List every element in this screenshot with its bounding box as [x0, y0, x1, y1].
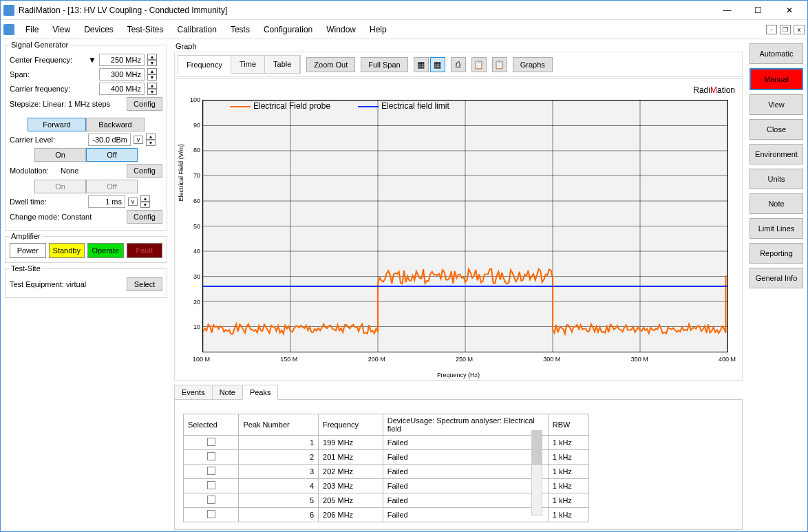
plot-area[interactable] [202, 100, 728, 352]
units-button[interactable]: Units [749, 169, 803, 189]
note-button[interactable]: Note [749, 193, 803, 214]
col-rbw[interactable]: RBW [548, 414, 588, 436]
span-input[interactable] [99, 68, 145, 81]
x-tick: 400 M [719, 356, 736, 363]
table-row[interactable]: 3 202 MHz Failed 1 kHz [184, 465, 589, 479]
menubar: File View Devices Test-Sites Calibration… [1, 20, 807, 39]
center-freq-spinner[interactable]: ▲▼ [147, 54, 157, 66]
table-scrollbar[interactable] [531, 430, 542, 515]
export-chart-icon[interactable]: 📋 [492, 57, 507, 72]
mdi-close-button[interactable]: x [794, 25, 805, 34]
close-button[interactable]: ✕ [774, 1, 805, 20]
stepsize-config-button[interactable]: Config [127, 97, 162, 111]
row-checkbox[interactable] [207, 496, 215, 504]
tab-time[interactable]: Time [231, 56, 265, 73]
chart-area: RadiMation Electrical Field probe Electr… [174, 78, 743, 381]
full-span-button[interactable]: Full Span [361, 57, 407, 72]
mdi-restore-button[interactable]: ❐ [780, 25, 791, 34]
testsite-select-button[interactable]: Select [127, 277, 162, 291]
col-selected[interactable]: Selected [184, 414, 239, 436]
legend-limit: Electrical field limit [381, 101, 449, 111]
modulation-label: Modulation: [10, 167, 58, 175]
col-peak-number[interactable]: Peak Number [239, 414, 319, 436]
bottom-tabs: Events Note Peaks [174, 385, 743, 400]
carrier-level-label: Carrier Level: [10, 136, 85, 144]
carrier-off-button[interactable]: Off [86, 148, 138, 162]
general-info-button[interactable]: General Info [749, 268, 803, 288]
menu-window[interactable]: Window [321, 22, 361, 37]
table-row[interactable]: 1 199 MHz Failed 1 kHz [184, 436, 589, 450]
y-tick: 40 [185, 248, 200, 255]
table-row[interactable]: 4 203 MHz Failed 1 kHz [184, 479, 589, 493]
carrier-level-spinner[interactable]: ▲▼ [146, 134, 156, 146]
amp-operate-button[interactable]: Operate [87, 243, 124, 258]
print-chart-icon[interactable]: ⎙ [451, 57, 466, 72]
dwell-input[interactable] [88, 195, 125, 208]
copy-chart-icon[interactable]: 📋 [471, 57, 487, 72]
col-device-usage[interactable]: DeviceUsage: Spectrum analyser: Electric… [383, 414, 548, 436]
grid-selected-icon[interactable]: ▦ [430, 57, 445, 72]
graphs-button[interactable]: Graphs [513, 57, 553, 72]
row-checkbox[interactable] [207, 467, 215, 475]
menu-calibration[interactable]: Calibration [172, 22, 222, 37]
cell-rbw: 1 kHz [548, 508, 588, 522]
carrier-on-button[interactable]: On [34, 148, 86, 162]
view-button[interactable]: View [749, 94, 803, 115]
carrier-freq-spinner[interactable]: ▲▼ [147, 83, 157, 95]
change-mode-config-button[interactable]: Config [127, 210, 162, 224]
modulation-on-button[interactable]: On [34, 180, 86, 193]
amp-standby-button[interactable]: Standby [49, 243, 85, 258]
table-row[interactable]: 2 201 MHz Failed 1 kHz [184, 450, 589, 465]
environment-button[interactable]: Environment [749, 144, 803, 164]
row-checkbox[interactable] [207, 481, 215, 489]
menu-test-sites[interactable]: Test-Sites [122, 22, 169, 37]
menu-file[interactable]: File [20, 22, 44, 37]
menu-help[interactable]: Help [364, 22, 392, 37]
row-checkbox[interactable] [207, 510, 215, 518]
zoom-out-button[interactable]: Zoom Out [306, 57, 355, 72]
minimize-button[interactable]: — [712, 1, 743, 20]
forward-button[interactable]: Forward [28, 118, 86, 131]
manual-button[interactable]: Manual [749, 68, 803, 90]
tab-events[interactable]: Events [174, 385, 213, 400]
table-row[interactable]: 5 205 MHz Failed 1 kHz [184, 493, 589, 508]
reporting-button[interactable]: Reporting [749, 243, 803, 264]
dwell-dropdown-icon[interactable]: v [128, 198, 138, 206]
menu-devices[interactable]: Devices [78, 22, 119, 37]
maximize-button[interactable]: ☐ [743, 1, 774, 20]
grid-plain-icon[interactable]: ▦ [414, 57, 429, 72]
amp-power-button[interactable]: Power [10, 243, 46, 258]
y-tick: 100 [185, 96, 200, 103]
close-button-right[interactable]: Close [749, 119, 803, 140]
carrier-freq-input[interactable] [99, 83, 145, 95]
dwell-spinner[interactable]: ▲▼ [140, 195, 150, 208]
amp-fault-button[interactable]: Fault [127, 243, 163, 258]
limit-lines-button[interactable]: Limit Lines [749, 218, 803, 239]
row-checkbox[interactable] [207, 438, 215, 446]
tab-frequency[interactable]: Frequency [178, 56, 231, 74]
backward-button[interactable]: Backward [86, 118, 145, 131]
menu-tests[interactable]: Tests [225, 22, 255, 37]
tab-peaks[interactable]: Peaks [242, 385, 279, 400]
tab-table[interactable]: Table [265, 56, 300, 73]
dropdown-caret-icon[interactable]: ▼ [88, 55, 96, 65]
table-row[interactable]: 6 206 MHz Failed 1 kHz [184, 508, 589, 522]
x-tick: 350 M [631, 356, 648, 363]
mdi-minimize-button[interactable]: - [766, 25, 777, 34]
tab-note[interactable]: Note [212, 385, 243, 400]
row-checkbox[interactable] [207, 452, 215, 460]
cell-peak-number: 2 [239, 450, 319, 465]
span-spinner[interactable]: ▲▼ [147, 68, 157, 81]
modulation-config-button[interactable]: Config [127, 164, 162, 178]
col-frequency[interactable]: Frequency [319, 414, 383, 436]
modulation-off-button[interactable]: Off [86, 180, 138, 193]
cell-frequency: 206 MHz [319, 508, 383, 522]
center-freq-input[interactable] [99, 54, 145, 66]
carrier-level-dropdown-icon[interactable]: v [134, 136, 143, 144]
graph-toolbar: Frequency Time Table Zoom Out Full Span … [174, 52, 743, 77]
cell-device-usage: Failed [383, 479, 548, 493]
automatic-button[interactable]: Automatic [749, 43, 803, 64]
menu-configuration[interactable]: Configuration [258, 22, 318, 37]
menu-view[interactable]: View [47, 22, 76, 37]
carrier-level-input[interactable] [88, 134, 131, 146]
